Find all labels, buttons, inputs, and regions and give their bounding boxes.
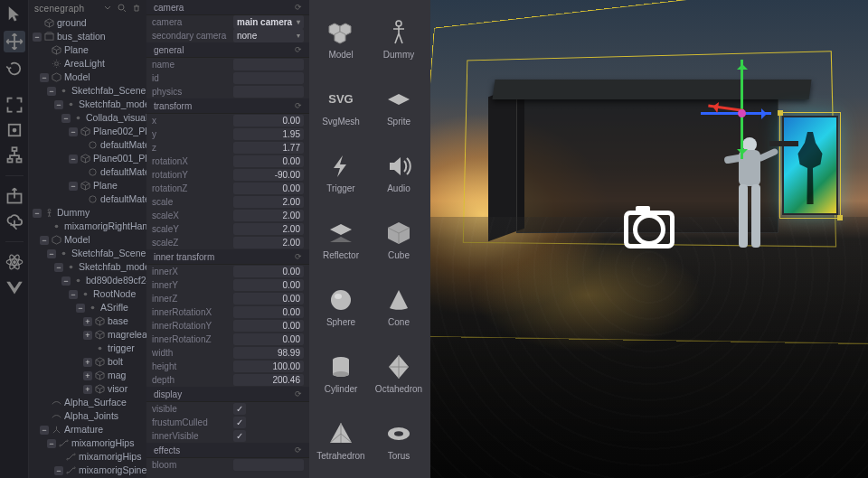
tree-node[interactable]: −bus_station [29, 30, 146, 43]
section-inner[interactable]: inner transform⟳ [146, 249, 309, 265]
expand-toggle[interactable]: − [61, 276, 71, 286]
frame-tool[interactable] [5, 121, 24, 139]
section-general[interactable]: general⟳ [146, 42, 309, 58]
reset-icon[interactable]: ⟳ [295, 3, 302, 12]
asset-torus[interactable]: Torus [371, 408, 427, 472]
tree-node[interactable]: −Model [29, 233, 146, 247]
asset-audio[interactable]: Audio [371, 141, 427, 204]
tree-node[interactable]: −mixamorigSpine [29, 464, 146, 477]
expand-toggle[interactable]: − [33, 209, 42, 218]
prop-value[interactable]: 0.00 [233, 333, 304, 345]
prop-value[interactable]: 98.99 [233, 347, 304, 359]
expand-toggle[interactable]: + [83, 385, 92, 394]
prop-value[interactable]: 0.00 [233, 306, 304, 318]
asset-svgmesh[interactable]: SVGSvgMesh [313, 74, 369, 137]
tree-node[interactable]: Plane [29, 43, 146, 57]
gizmo-axis-x[interactable] [701, 112, 771, 115]
prop-value[interactable]: 0.00 [233, 183, 304, 194]
prop-value[interactable]: 0.00 [233, 155, 304, 167]
tree-node[interactable]: mixamorigHips [29, 450, 146, 464]
cloud-tool[interactable] [5, 212, 24, 230]
rotate-tool[interactable] [5, 60, 24, 78]
gizmo-center[interactable] [738, 109, 746, 117]
tree-node[interactable]: +bolt [29, 355, 146, 369]
expand-toggle[interactable]: − [54, 263, 63, 272]
section-display[interactable]: display⟳ [146, 387, 309, 402]
pointer-tool[interactable] [5, 5, 24, 23]
expand-toggle[interactable]: + [83, 317, 92, 326]
vue-tool[interactable] [5, 278, 24, 296]
expand-toggle[interactable]: − [54, 100, 63, 109]
prop-value[interactable]: 1.77 [233, 142, 304, 154]
tree-node[interactable]: +mag [29, 369, 146, 382]
prop-value[interactable]: 0.00 [233, 279, 304, 291]
expand-toggle[interactable]: − [47, 249, 56, 258]
tree-node[interactable]: −Sketchfab_model [29, 260, 146, 274]
move-tool[interactable] [4, 31, 25, 52]
tree-node[interactable]: −RootNode [29, 287, 146, 301]
prop-value[interactable]: 0.00 [233, 115, 304, 127]
prop-value[interactable] [233, 72, 304, 84]
expand-toggle[interactable]: − [40, 73, 49, 82]
expand-toggle[interactable]: − [33, 33, 42, 42]
section-effects[interactable]: effects⟳ [146, 443, 309, 458]
tree-node[interactable]: −ASrifle [29, 301, 146, 314]
tree-node[interactable]: −Collada_visual_sce [29, 111, 146, 125]
tree-node[interactable]: +base [29, 314, 146, 328]
tree-node[interactable]: −Sketchfab_Scene [29, 247, 146, 260]
fullscreen-tool[interactable] [5, 96, 24, 114]
tree-node[interactable]: +visor [29, 382, 146, 396]
prop-checkbox[interactable] [233, 403, 246, 415]
expand-toggle[interactable]: − [76, 304, 85, 313]
collapse-icon[interactable] [103, 4, 112, 13]
reset-icon[interactable]: ⟳ [295, 445, 302, 455]
prop-value[interactable] [233, 459, 304, 471]
tree-node[interactable]: −mixamorigHips [29, 436, 146, 450]
tree-node[interactable]: −Dummy [29, 206, 146, 220]
expand-toggle[interactable]: + [83, 371, 92, 380]
expand-toggle[interactable]: − [47, 87, 56, 96]
tree-node[interactable]: Alpha_Joints [29, 409, 146, 423]
asset-sphere[interactable]: Sphere [313, 275, 369, 338]
expand-toggle[interactable]: − [69, 290, 78, 299]
expand-toggle[interactable]: − [47, 439, 56, 448]
asset-octahedron[interactable]: Octahedron [371, 342, 427, 405]
prop-value[interactable] [233, 59, 304, 70]
tree-node[interactable]: −Sketchfab_model [29, 98, 146, 111]
expand-toggle[interactable]: − [61, 114, 71, 123]
transform-gizmo[interactable] [741, 112, 741, 113]
prop-value[interactable]: 200.46 [233, 374, 304, 386]
prop-value[interactable]: 2.00 [233, 210, 304, 221]
expand-toggle[interactable]: − [54, 466, 63, 475]
prop-checkbox[interactable] [233, 430, 246, 442]
expand-toggle[interactable]: − [69, 155, 78, 164]
prop-value[interactable]: 2.00 [233, 223, 304, 235]
asset-trigger[interactable]: Trigger [313, 141, 369, 204]
scenegraph-tree[interactable]: ground−bus_stationPlaneAreaLight−Model−S… [29, 16, 146, 478]
expand-toggle[interactable]: − [69, 127, 78, 136]
prop-value[interactable]: 0.00 [233, 293, 304, 305]
tree-node[interactable]: ground [29, 16, 146, 30]
tree-node[interactable]: −Model [29, 70, 146, 84]
asset-model[interactable]: Model [313, 7, 369, 70]
atom-tool[interactable] [5, 253, 24, 271]
asset-tetrahedron[interactable]: Tetrahedron [313, 408, 369, 472]
tree-node[interactable]: defaultMaterial_ [29, 192, 146, 206]
prop-value[interactable]: 0.00 [233, 266, 304, 277]
tree-node[interactable]: −Armature [29, 423, 146, 436]
reset-icon[interactable]: ⟳ [295, 389, 302, 398]
tree-node[interactable]: mixamorigRightHand [29, 220, 146, 233]
tree-node[interactable]: −Plane001_Plane00 [29, 152, 146, 165]
prop-value[interactable]: 1.95 [233, 128, 304, 140]
hierarchy-tool[interactable] [5, 146, 24, 164]
expand-toggle[interactable]: − [40, 236, 49, 245]
tree-node[interactable]: defaultMaterial [29, 138, 146, 152]
expand-toggle[interactable]: − [69, 182, 78, 191]
prop-select[interactable]: main camera▾ [233, 15, 304, 29]
search-icon[interactable] [118, 4, 127, 13]
tree-node[interactable]: trigger [29, 342, 146, 355]
tree-node[interactable]: −Plane [29, 179, 146, 192]
prop-select[interactable]: none▾ [233, 29, 304, 42]
tree-node[interactable]: defaultMaterial_ [29, 165, 146, 179]
tree-node[interactable]: −Sketchfab_Scene [29, 84, 146, 98]
